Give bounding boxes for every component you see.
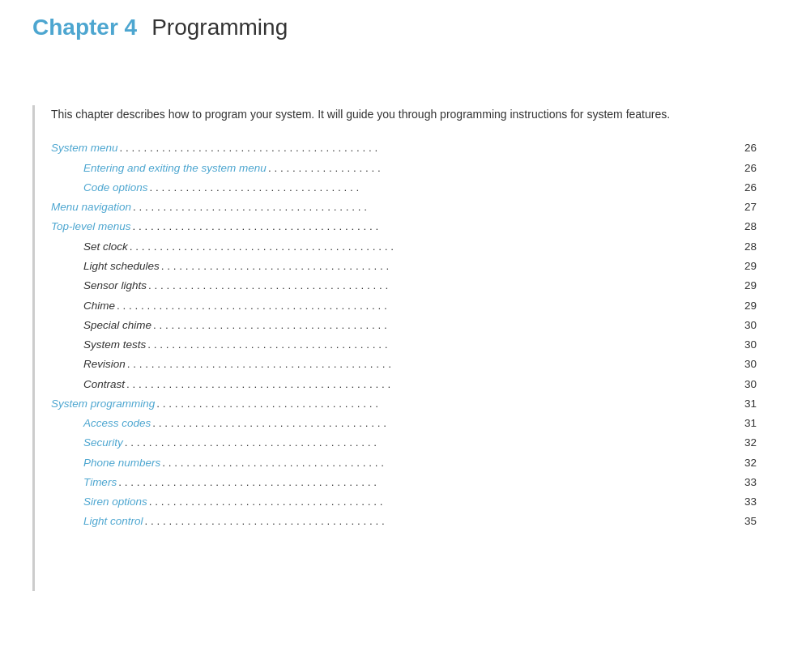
toc-dots: . . . . . . . . . . . . . . . . . . . . … xyxy=(145,513,743,530)
toc-dots: . . . . . . . . . . . . . . . . . . . . … xyxy=(162,454,743,472)
table-of-contents: System menu . . . . . . . . . . . . . . … xyxy=(51,139,757,530)
toc-dots: . . . . . . . . . . . . . . . . . . . . … xyxy=(149,493,743,511)
toc-dots: . . . . . . . . . . . . . . . . . . . . … xyxy=(153,317,743,334)
toc-page-number: 30 xyxy=(744,376,757,393)
toc-page-number: 33 xyxy=(744,474,757,491)
toc-page-number: 31 xyxy=(744,395,757,413)
toc-page-number: 35 xyxy=(744,513,757,530)
toc-page-number: 28 xyxy=(744,218,757,236)
toc-page-number: 26 xyxy=(744,139,757,157)
toc-page-number: 29 xyxy=(744,257,757,275)
toc-dots: . . . . . . . . . . . . . . . . . . . . … xyxy=(130,238,743,256)
toc-page-number: 29 xyxy=(744,277,757,295)
toc-dots: . . . . . . . . . . . . . . . . . . . . … xyxy=(120,139,743,157)
toc-dots: . . . . . . . . . . . . . . . . . . . . … xyxy=(126,376,743,393)
toc-item[interactable]: Chime . . . . . . . . . . . . . . . . . … xyxy=(51,297,757,315)
toc-label: Light control xyxy=(83,513,143,530)
toc-label: Sensor lights xyxy=(83,277,147,295)
toc-dots: . . . . . . . . . . . . . . . . . . . . … xyxy=(117,297,743,315)
toc-item[interactable]: Timers . . . . . . . . . . . . . . . . .… xyxy=(51,474,757,491)
toc-page-number: 28 xyxy=(744,238,757,256)
toc-item[interactable]: Contrast. . . . . . . . . . . . . . . . … xyxy=(51,376,757,393)
toc-item[interactable]: Top-level menus . . . . . . . . . . . . … xyxy=(51,218,757,236)
toc-item[interactable]: System programming . . . . . . . . . . .… xyxy=(51,395,757,413)
toc-dots: . . . . . . . . . . . . . . . . . . . . … xyxy=(150,179,743,197)
toc-item[interactable]: System menu . . . . . . . . . . . . . . … xyxy=(51,139,757,157)
toc-label: Siren options xyxy=(83,493,147,511)
toc-page-number: 26 xyxy=(744,179,757,197)
toc-dots: . . . . . . . . . . . . . . . . . . . . … xyxy=(133,198,743,216)
toc-dots: . . . . . . . . . . . . . . . . . . . . … xyxy=(161,257,743,275)
toc-item[interactable]: Entering and exiting the system menu . .… xyxy=(51,159,757,177)
toc-page-number: 32 xyxy=(744,434,757,452)
toc-page-number: 33 xyxy=(744,493,757,511)
chapter-label: Chapter 4 xyxy=(32,15,137,40)
toc-page-number: 30 xyxy=(744,317,757,334)
page: Chapter 4 Programming This chapter descr… xyxy=(0,0,789,672)
toc-dots: . . . . . . . . . . . . . . . . . . . xyxy=(268,159,743,177)
toc-dots: . . . . . . . . . . . . . . . . . . . . … xyxy=(127,355,743,373)
content-area: This chapter describes how to program yo… xyxy=(0,105,789,591)
left-border-line xyxy=(32,105,35,591)
toc-label: Set clock xyxy=(83,238,128,256)
toc-item[interactable]: Code options . . . . . . . . . . . . . .… xyxy=(51,179,757,197)
toc-label: Timers xyxy=(83,474,117,491)
toc-page-number: 26 xyxy=(744,159,757,177)
toc-item[interactable]: Light schedules . . . . . . . . . . . . … xyxy=(51,257,757,275)
toc-dots: . . . . . . . . . . . . . . . . . . . . … xyxy=(133,218,743,236)
toc-dots: . . . . . . . . . . . . . . . . . . . . … xyxy=(156,395,743,413)
toc-item[interactable]: Siren options . . . . . . . . . . . . . … xyxy=(51,493,757,511)
toc-label: Special chime xyxy=(83,317,151,334)
toc-dots: . . . . . . . . . . . . . . . . . . . . … xyxy=(147,336,743,354)
toc-page-number: 27 xyxy=(744,198,757,216)
toc-item[interactable]: Revision. . . . . . . . . . . . . . . . … xyxy=(51,355,757,373)
toc-label: Light schedules xyxy=(83,257,160,275)
toc-item[interactable]: Menu navigation . . . . . . . . . . . . … xyxy=(51,198,757,216)
toc-label: Security xyxy=(83,434,123,452)
toc-dots: . . . . . . . . . . . . . . . . . . . . … xyxy=(118,474,743,491)
toc-item[interactable]: Light control . . . . . . . . . . . . . … xyxy=(51,513,757,530)
toc-label: Menu navigation xyxy=(51,198,131,216)
toc-label: System tests xyxy=(83,336,146,354)
toc-label: Code options xyxy=(83,179,148,197)
toc-label: Phone numbers xyxy=(83,454,160,472)
toc-page-number: 29 xyxy=(744,297,757,315)
intro-paragraph: This chapter describes how to program yo… xyxy=(51,105,757,123)
toc-label: System programming xyxy=(51,395,155,413)
main-content: This chapter describes how to program yo… xyxy=(51,105,789,591)
toc-item[interactable]: Special chime . . . . . . . . . . . . . … xyxy=(51,317,757,334)
toc-label: System menu xyxy=(51,139,118,157)
toc-page-number: 32 xyxy=(744,454,757,472)
toc-page-number: 30 xyxy=(744,355,757,373)
toc-page-number: 31 xyxy=(744,415,757,432)
header: Chapter 4 Programming xyxy=(0,0,789,40)
toc-label: Entering and exiting the system menu xyxy=(83,159,267,177)
toc-item[interactable]: System tests . . . . . . . . . . . . . .… xyxy=(51,336,757,354)
toc-label: Top-level menus xyxy=(51,218,131,236)
toc-label: Access codes xyxy=(83,415,151,432)
toc-item[interactable]: Sensor lights . . . . . . . . . . . . . … xyxy=(51,277,757,295)
toc-dots: . . . . . . . . . . . . . . . . . . . . … xyxy=(148,277,743,295)
toc-item[interactable]: Phone numbers . . . . . . . . . . . . . … xyxy=(51,454,757,472)
toc-label: Revision xyxy=(83,355,126,373)
toc-label: Contrast xyxy=(83,376,125,393)
toc-page-number: 30 xyxy=(744,336,757,354)
chapter-title: Programming xyxy=(151,15,288,40)
toc-item[interactable]: Access codes . . . . . . . . . . . . . .… xyxy=(51,415,757,432)
toc-dots: . . . . . . . . . . . . . . . . . . . . … xyxy=(125,434,743,452)
toc-label: Chime xyxy=(83,297,115,315)
toc-dots: . . . . . . . . . . . . . . . . . . . . … xyxy=(152,415,743,432)
toc-item[interactable]: Security . . . . . . . . . . . . . . . .… xyxy=(51,434,757,452)
toc-item[interactable]: Set clock . . . . . . . . . . . . . . . … xyxy=(51,238,757,256)
